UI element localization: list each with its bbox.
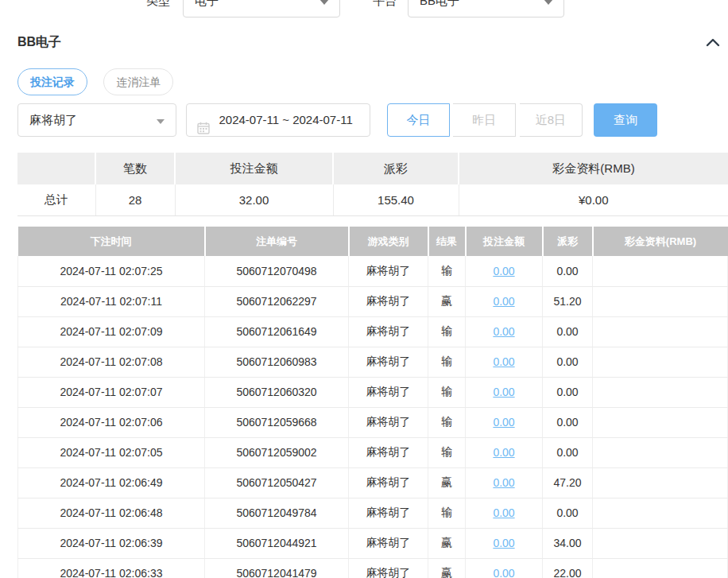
cell-order_id: 5060712050427	[205, 467, 349, 498]
cell-result: 赢	[428, 558, 466, 578]
records-header-bet: 投注金额	[466, 227, 543, 256]
page-title: BB电子	[17, 35, 61, 48]
cell-payout: 0.00	[543, 377, 593, 407]
game-select-value: 麻将胡了	[29, 113, 77, 126]
cell-game: 麻将胡了	[349, 347, 428, 377]
type-label: 类型	[146, 0, 170, 17]
summary-table: 笔数 投注金额 派彩 彩金资料(RMB) 总计 28 32.00 155.40 …	[17, 153, 728, 216]
cell-order_id: 5060712044921	[205, 528, 349, 558]
table-row: 2024-07-11 02:07:115060712062297麻将胡了赢0.0…	[18, 286, 728, 316]
records-header-time: 下注时间	[18, 227, 205, 256]
chevron-down-icon	[544, 0, 553, 5]
cell-bet: 0.00	[466, 558, 543, 578]
cell-result: 输	[428, 437, 466, 467]
cell-payout: 0.00	[543, 407, 593, 437]
cell-order_id: 5060712060983	[205, 347, 349, 377]
cell-order_id: 5060712061649	[205, 316, 349, 347]
summary-total-bonus: ¥0.00	[459, 184, 728, 215]
cell-order_id: 5060712059002	[205, 437, 349, 467]
date-range-input[interactable]: 2024-07-11 ~ 2024-07-11	[186, 103, 370, 137]
bet-amount-link[interactable]: 0.00	[493, 506, 514, 519]
cell-bet: 0.00	[466, 498, 543, 528]
cell-result: 赢	[428, 467, 466, 498]
records-header-row: 下注时间注单编号游戏类别结果投注金额派彩彩金资料(RMB)	[18, 227, 728, 256]
summary-total-label: 总计	[17, 184, 95, 215]
cell-payout: 0.00	[543, 437, 593, 467]
bet-amount-link[interactable]: 0.00	[493, 325, 514, 338]
calendar-icon	[197, 114, 210, 146]
yesterday-button[interactable]: 昨日	[453, 103, 516, 137]
records-header-game: 游戏类别	[349, 227, 428, 256]
cell-time: 2024-07-11 02:07:06	[18, 407, 205, 437]
summary-total-bet: 32.00	[175, 184, 333, 215]
tab-bet-records[interactable]: 投注记录	[17, 68, 87, 95]
bet-amount-link[interactable]: 0.00	[493, 295, 514, 308]
summary-header-blank	[17, 153, 95, 184]
summary-header-payout: 派彩	[333, 153, 459, 184]
cell-time: 2024-07-11 02:07:25	[18, 256, 205, 286]
records-header-payout: 派彩	[543, 227, 593, 256]
cell-payout: 22.00	[543, 558, 593, 578]
cell-game: 麻将胡了	[349, 558, 428, 578]
table-row: 2024-07-11 02:07:055060712059002麻将胡了输0.0…	[18, 437, 728, 467]
top-filter-bar: 类型 电子 平台 BB电子	[0, 0, 728, 17]
cell-bet: 0.00	[466, 437, 543, 467]
table-row: 2024-07-11 02:06:495060712050427麻将胡了赢0.0…	[18, 467, 728, 498]
cell-order_id: 5060712060320	[205, 377, 349, 407]
cell-payout: 34.00	[543, 528, 593, 558]
cell-time: 2024-07-11 02:07:09	[18, 316, 205, 347]
cell-result: 输	[428, 347, 466, 377]
cell-result: 输	[428, 256, 466, 286]
cell-order_id: 5060712041479	[205, 558, 349, 578]
records-body: 2024-07-11 02:07:255060712070498麻将胡了输0.0…	[18, 256, 728, 578]
cell-time: 2024-07-11 02:07:07	[18, 377, 205, 407]
platform-select-value: BB电子	[420, 0, 459, 7]
table-row: 2024-07-11 02:06:485060712049784麻将胡了输0.0…	[18, 498, 728, 528]
bet-amount-link[interactable]: 0.00	[493, 265, 514, 277]
chevron-up-icon[interactable]	[704, 34, 722, 52]
records-header-bonus: 彩金资料(RMB)	[593, 227, 728, 256]
bet-amount-link[interactable]: 0.00	[493, 416, 514, 429]
platform-label: 平台	[373, 0, 397, 17]
summary-header-count: 笔数	[95, 153, 175, 184]
cell-bonus	[593, 467, 728, 498]
cell-bonus	[593, 256, 728, 286]
cell-bet: 0.00	[466, 407, 543, 437]
type-select[interactable]: 电子	[183, 0, 340, 17]
cell-payout: 0.00	[543, 498, 593, 528]
cell-time: 2024-07-11 02:06:39	[18, 528, 205, 558]
summary-total-row: 总计 28 32.00 155.40 ¥0.00	[17, 184, 728, 215]
records-table: 下注时间注单编号游戏类别结果投注金额派彩彩金资料(RMB) 2024-07-11…	[17, 227, 728, 578]
cell-time: 2024-07-11 02:07:11	[18, 286, 205, 316]
cell-game: 麻将胡了	[349, 407, 428, 437]
tab-cancelled-orders[interactable]: 连消注单	[103, 68, 173, 95]
platform-select[interactable]: BB电子	[408, 0, 564, 17]
table-row: 2024-07-11 02:06:395060712044921麻将胡了赢0.0…	[18, 528, 728, 558]
tab-bar: 投注记录 连消注单	[17, 68, 186, 95]
cell-result: 赢	[428, 528, 466, 558]
cell-game: 麻将胡了	[349, 437, 428, 467]
cell-bet: 0.00	[466, 377, 543, 407]
cell-bet: 0.00	[466, 256, 543, 286]
summary-header-row: 笔数 投注金额 派彩 彩金资料(RMB)	[17, 153, 728, 184]
cell-bet: 0.00	[466, 286, 543, 316]
cell-bet: 0.00	[466, 347, 543, 377]
date-range-value: 2024-07-11 ~ 2024-07-11	[219, 113, 352, 126]
bet-amount-link[interactable]: 0.00	[493, 355, 514, 368]
bet-amount-link[interactable]: 0.00	[493, 446, 514, 459]
cell-game: 麻将胡了	[349, 256, 428, 286]
cell-time: 2024-07-11 02:06:48	[18, 498, 205, 528]
last-8-days-button[interactable]: 近8日	[520, 103, 583, 137]
cell-bonus	[593, 528, 728, 558]
bet-amount-link[interactable]: 0.00	[493, 386, 514, 398]
cell-payout: 0.00	[543, 256, 593, 286]
game-select[interactable]: 麻将胡了	[17, 103, 176, 137]
table-row: 2024-07-11 02:07:095060712061649麻将胡了输0.0…	[18, 316, 728, 347]
today-button[interactable]: 今日	[387, 103, 450, 137]
cell-game: 麻将胡了	[349, 286, 428, 316]
bet-amount-link[interactable]: 0.00	[493, 567, 514, 578]
bet-amount-link[interactable]: 0.00	[493, 537, 514, 549]
search-button[interactable]: 查询	[594, 103, 657, 137]
cell-order_id: 5060712049784	[205, 498, 349, 528]
bet-amount-link[interactable]: 0.00	[493, 476, 514, 489]
